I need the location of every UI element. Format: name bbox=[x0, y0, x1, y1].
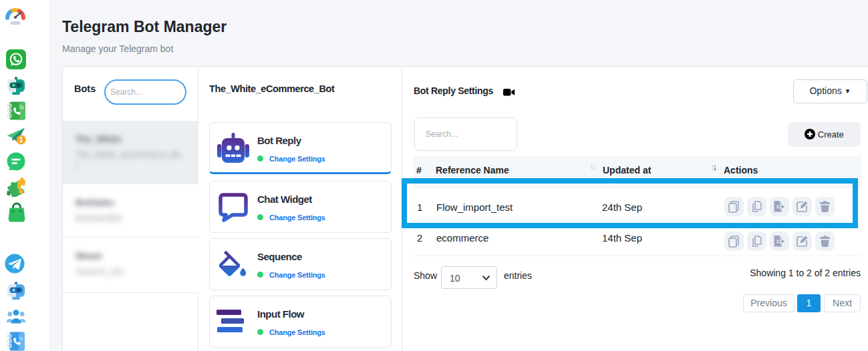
svg-text:1: 1 bbox=[19, 136, 23, 143]
